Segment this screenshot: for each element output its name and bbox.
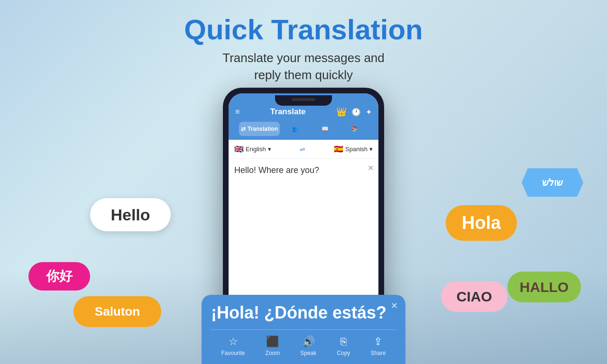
nihao-text: 你好 (46, 267, 73, 285)
tab-dictionary[interactable]: 📖 (311, 122, 339, 136)
app-title-text: Translate (270, 107, 306, 117)
ciao-bubble: CIAO (441, 281, 507, 312)
favourite-icon: ☆ (229, 336, 238, 348)
tab-phrasebook[interactable]: 📚 (340, 122, 368, 136)
tab-translation[interactable]: ⇄ Translation (239, 122, 280, 136)
english-flag: 🇬🇧 (234, 145, 244, 154)
hello-bubble: Hello (90, 198, 171, 231)
conversation-tab-icon: 👥 (292, 126, 299, 132)
shalom-text: שולש (542, 177, 563, 188)
translate-label: Translate (270, 107, 306, 117)
hola-bubble: Hola (446, 205, 517, 241)
result-close-button[interactable]: ✕ (391, 300, 398, 311)
settings-icon[interactable]: ✦ (366, 108, 372, 117)
subtitle: Translate your messages and reply them q… (0, 49, 607, 84)
subtitle-line2: reply them quickly (254, 68, 353, 82)
target-language-button[interactable]: 🇪🇸 Spanish ▾ (334, 145, 373, 154)
main-title: Quick Translation (0, 14, 607, 46)
phone-notch (275, 95, 332, 106)
translated-text: ¡Hola! ¿Dónde estás? (211, 302, 396, 323)
source-language-label: English (246, 146, 266, 153)
subtitle-line1: Translate your messages and (222, 51, 385, 65)
ciao-text: CIAO (457, 289, 492, 305)
crown-icon[interactable]: 👑 (336, 107, 347, 117)
target-language-label: Spanish (345, 146, 368, 153)
clear-input-button[interactable]: ✕ (368, 164, 374, 173)
zoom-label: Zoom (266, 350, 280, 356)
phone-speaker (292, 98, 315, 101)
result-toolbar: ☆ Favourite ⬛ Zoom 🔊 Speak ⎘ Copy ⇪ Shar… (211, 329, 396, 356)
translation-tab-label: Translation (248, 126, 278, 132)
share-label: Share (370, 350, 386, 356)
speak-tool[interactable]: 🔊 Speak (300, 336, 316, 356)
header-icons: 👑 🕐 ✦ (336, 107, 372, 117)
phrasebook-tab-icon: 📚 (351, 126, 358, 132)
app-tabs: ⇄ Translation 👥 📖 📚 (235, 122, 372, 140)
favourite-label: Favourite (221, 350, 245, 356)
zoom-tool[interactable]: ⬛ Zoom (266, 336, 280, 356)
hello-text: Hello (110, 206, 150, 224)
translation-result-panel: ✕ ¡Hola! ¿Dónde estás? ☆ Favourite ⬛ Zoo… (202, 295, 405, 364)
saluton-bubble: Saluton (74, 296, 161, 327)
copy-label: Copy (337, 350, 350, 356)
tab-conversation[interactable]: 👥 (282, 122, 309, 136)
copy-tool[interactable]: ⎘ Copy (337, 336, 350, 356)
hola-text: Hola (462, 213, 501, 233)
saluton-text: Saluton (95, 304, 140, 319)
language-selector: 🇬🇧 English ▾ ⇌ 🇪🇸 Spanish ▾ (229, 140, 378, 159)
clock-icon[interactable]: 🕐 (351, 108, 361, 117)
speak-label: Speak (300, 350, 316, 356)
dictionary-tab-icon: 📖 (322, 126, 329, 132)
swap-languages-button[interactable]: ⇌ (275, 146, 330, 153)
translation-tab-icon: ⇄ (241, 126, 246, 132)
shalom-bubble-wrap: שולש (522, 168, 583, 197)
copy-result-icon: ⎘ (340, 336, 347, 348)
input-text[interactable]: Hello! Where are you? (234, 164, 373, 176)
share-icon: ⇪ (374, 336, 382, 348)
zoom-icon: ⬛ (266, 336, 279, 348)
source-language-button[interactable]: 🇬🇧 English ▾ (234, 145, 271, 154)
hallo-text: HALLO (520, 279, 569, 295)
source-lang-dropdown: ▾ (268, 146, 271, 153)
speak-icon: 🔊 (302, 336, 315, 348)
shalom-bubble: שולש (522, 168, 583, 197)
header-section: Quick Translation Translate your message… (0, 14, 607, 84)
app-header-top: ≡ Translate 👑 🕐 ✦ (235, 107, 372, 117)
target-lang-dropdown: ▾ (369, 146, 373, 153)
hamburger-icon[interactable]: ≡ (235, 108, 239, 116)
hallo-bubble: HALLO (507, 272, 581, 302)
favourite-tool[interactable]: ☆ Favourite (221, 336, 245, 356)
share-tool[interactable]: ⇪ Share (370, 336, 386, 356)
nihao-bubble: 你好 (28, 262, 90, 291)
spanish-flag: 🇪🇸 (334, 145, 343, 154)
